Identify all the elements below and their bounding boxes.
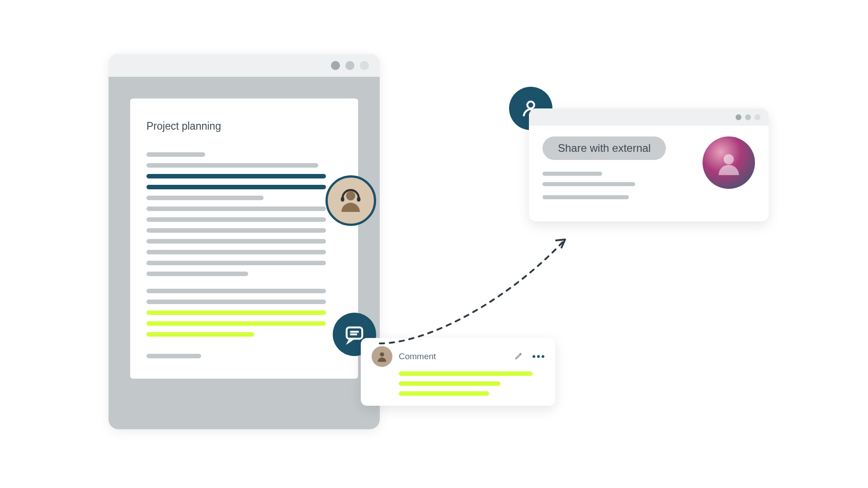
person-icon	[715, 149, 742, 176]
text-line	[146, 217, 326, 222]
window-control-dot[interactable]	[745, 114, 751, 120]
more-icon[interactable]	[533, 355, 544, 358]
text-line	[146, 228, 326, 233]
text-line	[146, 289, 326, 293]
comment-body	[372, 367, 544, 396]
svg-rect-2	[357, 197, 361, 202]
svg-point-7	[527, 102, 534, 108]
comment-text-line	[399, 391, 489, 396]
svg-rect-1	[341, 197, 344, 202]
comment-text-line	[399, 371, 533, 376]
text-line	[146, 206, 326, 211]
window-titlebar	[529, 108, 769, 126]
edit-icon[interactable]	[514, 351, 524, 362]
annotated-line	[146, 332, 254, 337]
text-line	[146, 152, 205, 157]
text-line	[542, 182, 635, 186]
text-line	[146, 261, 326, 265]
text-line	[146, 300, 326, 304]
window-control-dot[interactable]	[755, 114, 760, 120]
svg-point-0	[346, 192, 355, 201]
text-line	[146, 250, 326, 254]
text-line	[146, 354, 201, 358]
comment-card: Comment	[361, 338, 555, 406]
external-user-avatar[interactable]	[703, 136, 755, 189]
window-control-dot[interactable]	[331, 61, 340, 70]
person-icon	[376, 350, 388, 363]
person-headset-icon	[337, 187, 364, 214]
window-control-dot[interactable]	[360, 61, 369, 70]
flow-arrow	[375, 230, 588, 348]
collaborator-avatar[interactable]	[326, 175, 376, 226]
share-external-button[interactable]: Share with external	[542, 136, 666, 160]
comment-text-line	[399, 381, 500, 386]
window-titlebar	[108, 54, 380, 77]
text-line	[146, 163, 318, 168]
svg-point-6	[380, 352, 384, 357]
text-line	[542, 195, 629, 199]
highlighted-line	[146, 174, 326, 178]
document-page: Project planning	[130, 99, 358, 379]
commenter-avatar[interactable]	[372, 346, 392, 367]
window-control-dot[interactable]	[345, 61, 354, 70]
svg-point-8	[724, 154, 734, 164]
comment-heading: Comment	[399, 352, 508, 361]
annotated-line	[146, 310, 326, 315]
svg-rect-3	[347, 328, 363, 339]
window-control-dot[interactable]	[736, 114, 741, 120]
highlighted-line	[146, 185, 326, 189]
text-line	[146, 196, 264, 200]
annotated-line	[146, 321, 326, 326]
text-line	[146, 272, 248, 276]
document-window: Project planning	[108, 54, 380, 429]
share-window: Share with external	[529, 108, 769, 221]
document-title: Project planning	[146, 120, 342, 132]
text-line	[542, 172, 602, 176]
text-line	[146, 239, 326, 244]
